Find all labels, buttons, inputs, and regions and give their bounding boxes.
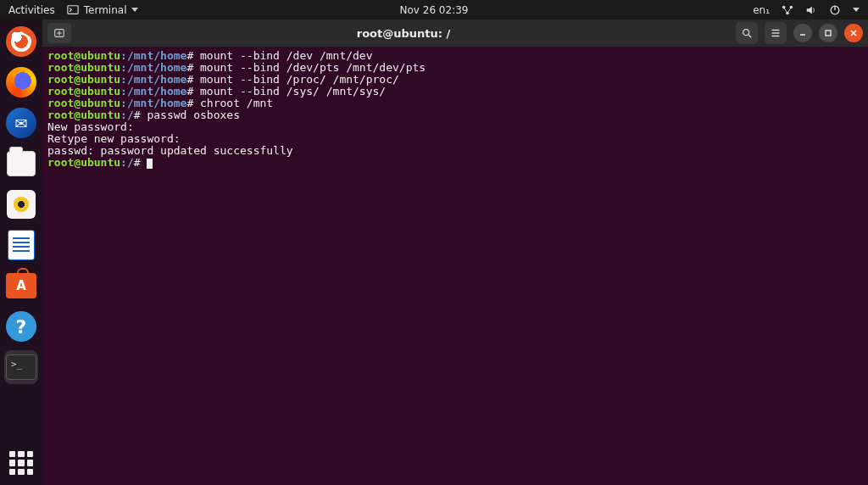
minimize-button[interactable] — [793, 24, 812, 42]
system-menu-chevron-icon[interactable] — [853, 8, 860, 12]
svg-line-10 — [748, 35, 752, 38]
hamburger-menu-button[interactable] — [765, 22, 787, 44]
writer-icon — [8, 230, 35, 260]
dock-thunderbird[interactable] — [4, 106, 38, 140]
dock-ubuntu[interactable] — [4, 25, 38, 59]
terminal-app-icon — [6, 354, 36, 380]
firefox-icon — [6, 67, 36, 98]
svg-rect-15 — [826, 31, 831, 36]
new-tab-button[interactable] — [47, 23, 71, 43]
dock-writer[interactable] — [4, 228, 38, 262]
svg-rect-0 — [68, 5, 78, 14]
volume-icon[interactable] — [805, 4, 817, 16]
activities-button[interactable]: Activities — [8, 4, 55, 16]
help-icon: ? — [6, 311, 36, 342]
search-button[interactable] — [736, 22, 758, 44]
software-icon — [6, 273, 36, 298]
show-applications-button[interactable] — [9, 451, 33, 475]
svg-point-9 — [743, 30, 749, 36]
input-source-indicator[interactable]: en₁ — [753, 4, 770, 16]
dock-software[interactable] — [4, 269, 38, 303]
hamburger-icon — [770, 27, 782, 39]
dock-files[interactable] — [4, 147, 38, 181]
dock-firefox[interactable] — [4, 65, 38, 99]
dock-help[interactable]: ? — [4, 309, 38, 343]
close-button[interactable] — [844, 24, 863, 42]
power-icon[interactable] — [829, 4, 841, 16]
window-title: root@ubuntu: / — [76, 27, 731, 40]
maximize-icon — [824, 29, 832, 37]
search-icon — [741, 27, 753, 39]
rhythmbox-icon — [7, 190, 36, 219]
terminal-indicator-icon — [67, 4, 79, 16]
clock[interactable]: Nov 26 02:39 — [400, 4, 469, 16]
terminal-window: root@ubuntu: / root@ubuntu:/mnt/home# mo… — [42, 20, 868, 485]
new-tab-icon — [53, 27, 65, 39]
window-titlebar: root@ubuntu: / — [42, 20, 868, 47]
app-menu-label: Terminal — [84, 4, 127, 16]
app-menu[interactable]: Terminal — [67, 4, 139, 16]
gnome-topbar: Activities Terminal Nov 26 02:39 en₁ — [0, 0, 868, 20]
terminal-body[interactable]: root@ubuntu:/mnt/home# mount --bind /dev… — [42, 47, 868, 485]
dock: ? — [0, 20, 42, 485]
thunderbird-icon — [6, 108, 36, 138]
minimize-icon — [798, 29, 807, 37]
dock-terminal[interactable] — [4, 350, 38, 384]
ubuntu-logo-icon — [6, 26, 36, 57]
chevron-down-icon — [131, 8, 138, 12]
maximize-button[interactable] — [819, 24, 837, 42]
network-icon[interactable] — [782, 4, 793, 16]
dock-rhythmbox[interactable] — [4, 187, 38, 221]
files-icon — [7, 151, 36, 176]
close-icon — [849, 29, 858, 37]
